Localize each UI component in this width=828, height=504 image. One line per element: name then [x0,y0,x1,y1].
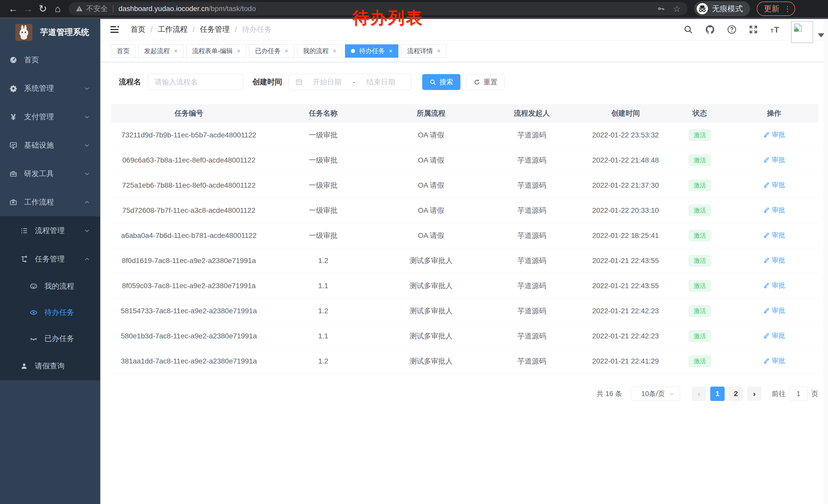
tab-my-process[interactable]: 我的流程× [297,44,342,58]
approve-link[interactable]: 审批 [763,155,785,164]
created-cell: 2022-01-22 21:48:48 [581,156,670,164]
approve-link[interactable]: 审批 [763,180,785,189]
status-badge: 激活 [689,305,711,317]
tab-todo-tasks[interactable]: 待办任务× [345,44,398,58]
browser-menu-icon[interactable]: ⋮ [784,5,791,13]
omnibox-divider [113,5,113,12]
starter-cell: 芋道源码 [482,306,581,316]
approve-link[interactable]: 审批 [763,356,785,365]
page-size-select[interactable]: 10条/页 [631,386,680,401]
sidebar-item-task-management[interactable]: 任务管理 [0,245,100,273]
approve-link[interactable]: 审批 [763,130,785,139]
browser-back-button[interactable]: ← [6,1,20,16]
sidebar-item-workflow[interactable]: 工作流程 [0,188,100,216]
pagination-goto-input[interactable]: 1 [789,386,808,401]
browser-reload-button[interactable]: ↻ [35,1,50,16]
sidebar-item-leave-query[interactable]: 请假查询 [0,352,100,380]
flow-icon [19,255,29,263]
tab-close-icon[interactable]: × [333,48,336,54]
action-cell: 审批 [730,130,818,140]
avatar-dropdown-caret[interactable] [818,33,824,37]
sidebar-item-payment-management[interactable]: ¥支付管理 [0,102,100,131]
browser-update-button[interactable]: 更新 ⋮ [757,2,795,16]
monitor-icon [9,141,18,149]
task-id-cell: 725a1eb6-7b88-11ec-8ef0-acde48001122 [111,181,267,189]
tab-close-icon[interactable]: × [389,48,392,54]
task-name-cell: 一级审批 [267,180,380,190]
approve-link[interactable]: 审批 [763,331,785,340]
sidebar-item-my-process[interactable]: 我的流程 [0,273,100,300]
tab-label: 我的流程 [303,47,329,55]
table-row: 73211d9d-7b9b-11ec-b5b7-acde48001122一级审批… [111,123,818,148]
breadcrumb-task-management[interactable]: 任务管理 [200,25,230,35]
user-avatar-broken-image[interactable] [791,21,813,43]
table-header-row: 任务编号任务名称所属流程流程发起人创建时间状态操作 [111,104,818,123]
sidebar-item-dev-tools[interactable]: 研发工具 [0,159,100,188]
fullscreen-icon[interactable] [748,25,758,34]
create-time-range-picker[interactable]: 开始日期 - 结束日期 [289,74,411,90]
sidebar-item-label: 流程管理 [35,226,65,236]
tab-form-edit[interactable]: 流程表单-编辑× [186,44,246,58]
browser-forward-button[interactable]: → [20,1,35,16]
edit-pencil-icon [763,282,770,289]
tab-start-process[interactable]: 发起流程× [138,44,183,58]
reset-button[interactable]: 重置 [466,74,505,90]
tab-close-icon[interactable]: × [437,48,441,54]
font-size-icon[interactable]: TT [770,25,780,35]
search-icon[interactable] [683,25,693,34]
sidebar-item-system-management[interactable]: 系统管理 [0,74,100,102]
approve-link[interactable]: 审批 [763,205,785,215]
process-name-label: 流程名 [119,77,141,87]
github-icon[interactable] [705,25,715,35]
pagination-page-1[interactable]: 1 [710,386,724,401]
tab-close-icon[interactable]: × [174,48,177,54]
breadcrumb-workflow[interactable]: 工作流程 [158,25,188,35]
sidebar-item-done-tasks[interactable]: 已办任务 [0,326,100,352]
tab-process-detail[interactable]: 流程详情× [401,44,446,58]
approve-link[interactable]: 审批 [763,231,785,240]
starter-cell: 芋道源码 [482,180,581,190]
todo-task-table: 任务编号任务名称所属流程流程发起人创建时间状态操作 73211d9d-7b9b-… [111,104,818,374]
sidebar-item-home[interactable]: 首页 [0,46,100,74]
page-content: 流程名 请输入流程名 创建时间 开始日期 - 结束日期 [100,62,828,504]
tab-home[interactable]: 首页 [111,44,135,58]
tab-done-tasks[interactable]: 已办任务× [249,44,294,58]
approve-link[interactable]: 审批 [763,256,785,265]
sidebar-collapse-icon[interactable] [109,24,120,35]
process-cell: 测试多审批人 [380,281,483,291]
sidebar-item-label: 首页 [24,55,39,65]
pagination-page-2[interactable]: 2 [729,386,743,401]
sidebar-item-todo-tasks[interactable]: 待办任务 [0,300,100,326]
chevron-down-icon [83,170,90,177]
process-name-input[interactable]: 请输入流程名 [148,74,243,90]
chevron-down-icon [83,227,90,234]
task-id-cell: 381aa1dd-7ac8-11ec-a9e2-a2380e71991a [111,357,267,365]
starter-cell: 芋道源码 [482,155,581,165]
sidebar-logo-row[interactable]: 芋道管理系统 [0,19,100,46]
pagination-next-button[interactable]: › [747,386,761,401]
approve-link[interactable]: 审批 [763,306,785,315]
edit-pencil-icon [763,332,770,339]
browser-home-button[interactable]: ⌂ [50,1,65,16]
status-cell: 激活 [670,205,730,216]
search-button[interactable]: 搜索 [422,74,460,90]
pagination-prev-button[interactable]: ‹ [692,386,706,401]
table-row: 8f059c03-7ac8-11ec-a9e2-a2380e71991a1.1测… [111,273,818,299]
list-tree-icon [19,227,29,235]
action-cell: 审批 [730,155,818,165]
sidebar-item-process-management[interactable]: 流程管理 [0,216,100,245]
end-date-placeholder[interactable]: 结束日期 [357,77,405,87]
action-cell: 审批 [730,256,818,266]
toolbox-icon [9,170,18,178]
bookmark-star-icon[interactable]: ☆ [673,4,681,14]
help-icon[interactable] [727,25,737,34]
tab-close-icon[interactable]: × [285,48,288,54]
sidebar-item-infrastructure[interactable]: 基础设施 [0,131,100,159]
tab-close-icon[interactable]: × [237,48,240,54]
start-date-placeholder[interactable]: 开始日期 [303,77,351,87]
breadcrumb-home[interactable]: 首页 [131,25,146,35]
page-scrollbar[interactable] [824,19,828,504]
password-key-icon[interactable] [657,4,665,13]
approve-link[interactable]: 审批 [763,281,785,290]
reset-button-label: 重置 [484,78,497,87]
